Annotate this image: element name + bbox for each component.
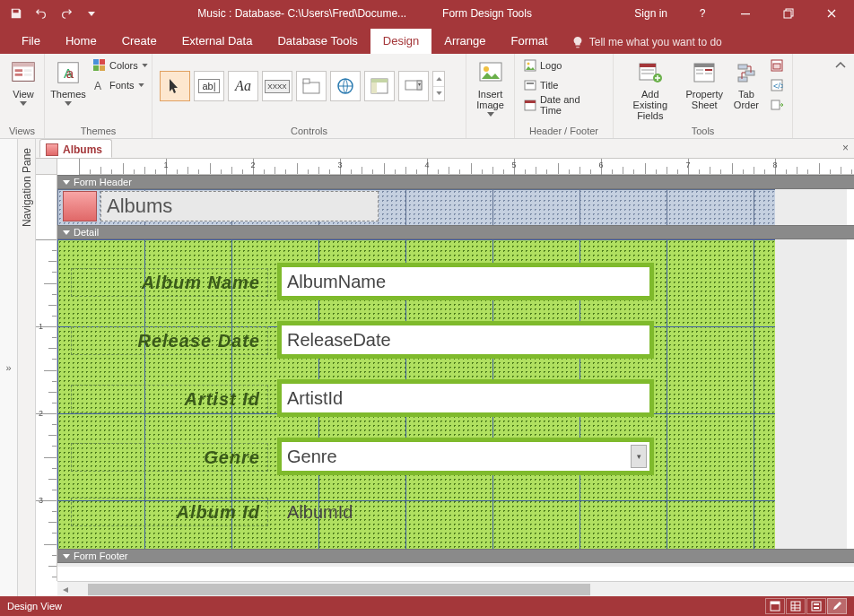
undo-icon[interactable] xyxy=(30,3,52,24)
date-time-icon xyxy=(524,99,536,111)
object-tab-albums[interactable]: Albums xyxy=(39,139,112,158)
design-surface-scroll[interactable]: 123 Form Header Albums Detail xyxy=(36,175,854,581)
insert-image-button[interactable]: Insert Image xyxy=(472,56,509,118)
tab-format[interactable]: Format xyxy=(499,29,561,54)
svg-rect-44 xyxy=(738,65,747,69)
textbox-tool-icon[interactable]: ab| xyxy=(194,71,224,101)
logo-button[interactable]: Logo xyxy=(520,56,607,74)
help-icon[interactable]: ? xyxy=(682,0,723,27)
textbox-release-date[interactable]: ReleaseDate xyxy=(277,321,654,359)
section-bar-form-header[interactable]: Form Header xyxy=(57,175,854,189)
qat-customize-icon[interactable] xyxy=(81,3,102,24)
tab-create[interactable]: Create xyxy=(109,29,170,54)
shutter-bar[interactable]: » xyxy=(0,139,18,596)
form-footer-section[interactable] xyxy=(57,563,854,567)
section-bar-form-footer[interactable]: Form Footer xyxy=(57,549,854,563)
detail-section[interactable]: Album Name AlbumName Release Date Releas… xyxy=(57,239,775,549)
svg-rect-57 xyxy=(814,607,819,609)
svg-rect-30 xyxy=(527,82,534,84)
form-view-icon[interactable] xyxy=(765,598,785,614)
svg-text:A: A xyxy=(94,80,101,91)
save-icon[interactable] xyxy=(5,3,27,24)
insert-image-icon xyxy=(476,58,505,87)
svg-rect-48 xyxy=(773,64,780,69)
document-area: » Navigation Pane Albums × 123456789 123 xyxy=(0,139,854,596)
label-release-date[interactable]: Release Date xyxy=(71,326,268,355)
hyperlink-tool-icon[interactable] xyxy=(330,71,361,101)
horizontal-ruler[interactable]: 123456789 xyxy=(79,159,854,175)
svg-rect-41 xyxy=(705,69,712,71)
svg-rect-54 xyxy=(791,602,800,611)
datasheet-view-icon[interactable] xyxy=(786,598,806,614)
label-artist-id[interactable]: Artist Id xyxy=(71,385,268,413)
ruler-corner[interactable] xyxy=(36,159,57,175)
close-button[interactable] xyxy=(811,0,852,27)
tab-order-button[interactable]: Tab Order xyxy=(728,56,765,112)
fonts-button[interactable]: A Fonts xyxy=(90,76,152,94)
combobox-dropdown-icon[interactable]: ▾ xyxy=(631,445,647,468)
tab-file[interactable]: File xyxy=(9,29,53,54)
tab-order-label: Tab Order xyxy=(734,89,759,110)
tell-me-search[interactable]: Tell me what you want to do xyxy=(561,30,854,54)
property-sheet-button[interactable]: Property Sheet xyxy=(682,56,728,112)
form-logo-control[interactable] xyxy=(63,191,97,221)
title-button[interactable]: Title xyxy=(520,76,607,94)
form-design-surface[interactable]: Form Header Albums Detail Album Name xyxy=(57,175,854,567)
select-tool-icon[interactable] xyxy=(160,71,190,101)
section-expand-icon xyxy=(63,554,70,559)
colors-button[interactable]: Colors xyxy=(90,56,152,74)
combobox-genre[interactable]: Genre ▾ xyxy=(277,438,654,475)
label-genre[interactable]: Genre xyxy=(71,443,268,472)
tab-control-tool-icon[interactable] xyxy=(296,71,327,101)
ribbon-tabs: File Home Create External Data Database … xyxy=(0,27,854,54)
tab-home[interactable]: Home xyxy=(53,29,109,54)
horizontal-scrollbar[interactable]: ◂ xyxy=(57,581,854,596)
layout-view-icon[interactable] xyxy=(806,598,826,614)
form-title-text: Albums xyxy=(107,195,172,218)
themes-button[interactable]: Aa Themes xyxy=(50,56,86,108)
textbox-artist-id[interactable]: ArtistId xyxy=(277,379,654,417)
navigation-pane-collapsed[interactable]: Navigation Pane xyxy=(18,139,36,596)
tab-arrange[interactable]: Arrange xyxy=(431,29,498,54)
sign-in-link[interactable]: Sign in xyxy=(622,7,680,20)
tab-design[interactable]: Design xyxy=(370,29,431,54)
date-time-button[interactable]: Date and Time xyxy=(520,96,607,114)
svg-rect-8 xyxy=(24,74,31,76)
vertical-ruler[interactable]: 123 xyxy=(36,175,57,581)
form-title-control[interactable]: Albums xyxy=(100,191,379,221)
tab-dbtools[interactable]: Database Tools xyxy=(265,29,370,54)
button-tool-icon[interactable]: XXXX xyxy=(262,71,292,101)
shutter-expand-icon[interactable]: » xyxy=(3,350,15,386)
object-tab-close-icon[interactable]: × xyxy=(842,142,849,154)
add-existing-fields-button[interactable]: Add Existing Fields xyxy=(619,56,682,123)
textbox-album-name[interactable]: AlbumName xyxy=(277,263,654,300)
title-bar: Music : Database- C:\Users\Fred\Docume..… xyxy=(0,0,854,27)
title-icon xyxy=(524,79,536,91)
label-tool-icon[interactable]: Aa xyxy=(228,71,258,101)
minimize-button[interactable] xyxy=(725,0,766,27)
collapse-ribbon-icon[interactable] xyxy=(832,57,849,74)
scrollbar-thumb[interactable] xyxy=(88,584,590,595)
navigation-tool-icon[interactable] xyxy=(364,71,395,101)
code-button[interactable]: </> xyxy=(767,76,787,94)
label-album-name[interactable]: Album Name xyxy=(71,268,268,297)
form-header-section[interactable]: Albums xyxy=(57,189,775,225)
label-album-id[interactable]: Album Id xyxy=(71,498,268,526)
controls-gallery-more[interactable] xyxy=(432,71,445,101)
redo-icon[interactable] xyxy=(56,3,77,24)
subform-button[interactable] xyxy=(767,56,787,74)
section-bar-detail[interactable]: Detail xyxy=(57,225,854,239)
tab-external[interactable]: External Data xyxy=(170,29,266,54)
textbox-album-id[interactable]: AlbumId xyxy=(282,498,649,526)
fonts-icon: A xyxy=(93,79,106,91)
convert-macros-button[interactable] xyxy=(767,96,787,114)
combobox-tool-icon[interactable] xyxy=(398,71,429,101)
view-button[interactable]: View xyxy=(5,56,41,108)
date-time-label: Date and Time xyxy=(540,94,604,116)
themes-icon: Aa xyxy=(54,58,83,87)
group-controls: ab| Aa XXXX Controls xyxy=(152,54,466,138)
restore-button[interactable] xyxy=(768,0,809,27)
svg-rect-32 xyxy=(525,100,536,103)
design-view-icon[interactable] xyxy=(827,598,847,614)
svg-rect-34 xyxy=(640,64,656,67)
